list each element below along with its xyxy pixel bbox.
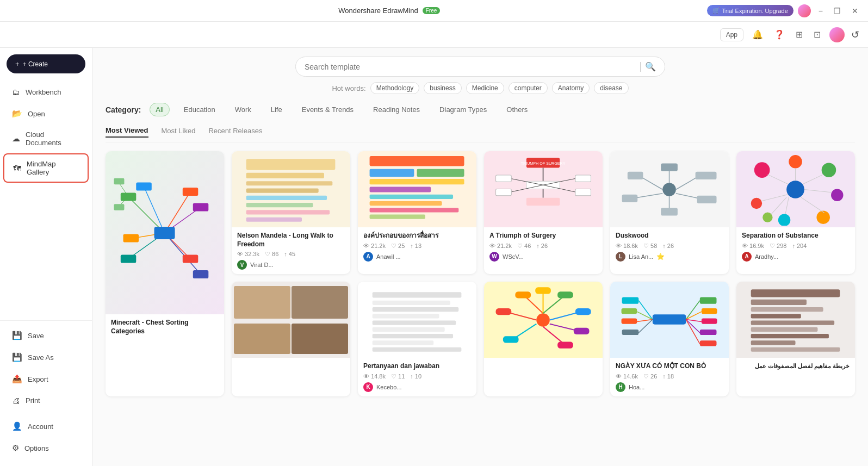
close-button[interactable]: ✕: [848, 5, 861, 16]
svg-rect-18: [114, 178, 125, 184]
user-avatar[interactable]: [798, 4, 811, 17]
svg-rect-56: [628, 171, 643, 179]
sidebar-item-options[interactable]: ⚙ Options: [3, 438, 89, 458]
titlebar: Wondershare EdrawMind Free 🛒 Trial Expir…: [0, 0, 868, 22]
card-triumph[interactable]: TRIUMPH OF SURGERY: [484, 151, 603, 274]
restore-button[interactable]: ❐: [830, 5, 844, 16]
category-events[interactable]: Events & Trends: [296, 103, 359, 116]
hot-tag-medicine[interactable]: Medicine: [466, 82, 504, 94]
category-work[interactable]: Work: [230, 103, 257, 116]
cloud-icon: ☁: [12, 134, 20, 144]
create-button[interactable]: + + Create: [7, 54, 85, 73]
help-icon[interactable]: ❓: [772, 27, 787, 42]
historical-card-body: [232, 358, 350, 375]
ong-preview: [361, 153, 473, 226]
radial-title: [489, 362, 597, 369]
card-minecraft[interactable]: Minecraft - Chest Sorting Categories: [106, 151, 224, 396]
category-others[interactable]: Others: [501, 103, 533, 116]
svg-rect-51: [575, 189, 591, 195]
tab-recent[interactable]: Recent Releases: [208, 124, 262, 138]
nelson-card-body: Nelson Mandela - Long Walk to Freedom 👁 …: [232, 227, 350, 274]
sidebar-item-export[interactable]: 📤 Export: [3, 369, 89, 389]
duskwood-card-body: Duskwood 👁 18.6k ♡ 58 ↑ 26 L Lisa An... …: [610, 227, 729, 266]
radial-card-body: [484, 358, 603, 375]
card-duskwood[interactable]: Duskwood 👁 18.6k ♡ 58 ↑ 26 L Lisa An... …: [610, 151, 729, 274]
hot-tag-disease[interactable]: disease: [594, 82, 628, 94]
svg-rect-126: [622, 330, 639, 335]
trial-upgrade-button[interactable]: 🛒 Trial Expiration. Upgrade: [707, 5, 793, 16]
app-button[interactable]: App: [720, 28, 743, 41]
gold-star-icon: ⭐: [656, 253, 665, 260]
svg-rect-14: [121, 254, 137, 263]
nelson-views: 👁 32.3k: [237, 251, 259, 258]
search-input[interactable]: [305, 63, 636, 71]
hot-tag-business[interactable]: business: [424, 82, 461, 94]
search-divider: [640, 62, 641, 72]
radial-preview: [487, 284, 599, 356]
layout-icon[interactable]: ⊡: [811, 27, 823, 42]
hot-tag-methodology[interactable]: Methodology: [370, 82, 420, 94]
svg-rect-24: [246, 188, 319, 192]
ngayxua-author-avatar: H: [616, 382, 625, 392]
sidebar-item-print[interactable]: 🖨 Print: [3, 390, 89, 411]
svg-rect-86: [373, 320, 456, 325]
card-nelson[interactable]: Nelson Mandela - Long Walk to Freedom 👁 …: [232, 151, 350, 274]
category-all[interactable]: All: [150, 103, 169, 116]
tab-most-liked[interactable]: Most Liked: [162, 124, 196, 138]
duskwood-preview: [613, 153, 726, 226]
svg-rect-129: [751, 307, 823, 312]
hot-words-row: Hot words: Methodology business Medicine…: [332, 82, 628, 94]
card-historical[interactable]: [232, 282, 350, 396]
toolbar-avatar[interactable]: [829, 27, 845, 42]
bell-icon[interactable]: 🔔: [750, 27, 765, 42]
svg-rect-54: [661, 163, 678, 171]
refresh-icon[interactable]: ↺: [851, 29, 859, 41]
category-diagram[interactable]: Diagram Types: [434, 103, 492, 116]
search-box: 🔍: [295, 57, 665, 77]
arabic-card-body: خريطة مفاهيم لفصل المصفوفات عمل: [736, 358, 855, 376]
separation-stats: 👁 16.9k ♡ 298 ↑ 204: [742, 243, 850, 250]
tab-most-viewed[interactable]: Most Viewed: [106, 124, 148, 138]
svg-rect-20: [114, 204, 125, 210]
svg-point-69: [831, 189, 844, 201]
minimize-button[interactable]: −: [815, 5, 826, 16]
svg-rect-25: [246, 195, 327, 200]
card-radial[interactable]: [484, 282, 603, 396]
ngayxua-card-body: NGÀY XƯA CÓ MỘT CON BÒ 👁 14.6k ♡ 26 ↑ 18…: [610, 358, 729, 396]
grid-icon[interactable]: ⊞: [793, 27, 805, 42]
sidebar-item-save-as[interactable]: 💾 Save As: [3, 347, 89, 368]
svg-rect-43: [526, 197, 560, 205]
category-reading[interactable]: Reading Notes: [368, 103, 425, 116]
category-life[interactable]: Life: [265, 103, 288, 116]
sidebar-item-cloud[interactable]: ☁ Cloud Documents: [3, 125, 89, 152]
svg-line-74: [768, 174, 788, 183]
svg-point-52: [663, 183, 677, 196]
open-icon: 📂: [12, 109, 22, 119]
pertanyaan-author: K Kecebo...: [363, 382, 471, 392]
sidebar-item-open[interactable]: 📂 Open: [3, 103, 89, 124]
sidebar-item-mindmap-gallery[interactable]: 🗺 MindMap Gallery: [3, 153, 89, 183]
card-arabic[interactable]: خريطة مفاهيم لفصل المصفوفات عمل: [736, 282, 855, 396]
hot-tag-computer[interactable]: computer: [509, 82, 548, 94]
hot-tag-anatomy[interactable]: Anatomy: [552, 82, 590, 94]
triumph-title: A Triumph of Surgery: [489, 232, 597, 240]
mindmap-icon: 🗺: [13, 164, 21, 173]
ong-author: A Anawil ...: [363, 252, 471, 262]
card-separation[interactable]: Separation of Substance 👁 16.9k ♡ 298 ↑ …: [736, 151, 855, 274]
svg-rect-88: [373, 334, 453, 338]
card-ngay-xua[interactable]: NGÀY XƯA CÓ MỘT CON BÒ 👁 14.6k ♡ 26 ↑ 18…: [610, 282, 729, 396]
category-education[interactable]: Education: [178, 103, 221, 116]
search-button[interactable]: 🔍: [645, 61, 656, 72]
sidebar-item-save[interactable]: 💾 Save: [3, 325, 89, 346]
svg-rect-110: [700, 297, 717, 303]
svg-line-109: [686, 300, 700, 319]
svg-rect-58: [622, 194, 638, 202]
card-ong[interactable]: องค์ประกอบของการสื่อสาร 👁 21.2k ♡ 25 ↑ 1…: [358, 151, 476, 274]
svg-rect-13: [123, 234, 139, 242]
svg-point-66: [754, 162, 770, 178]
card-pertanyaan[interactable]: Pertanyaan dan jawaban 👁 14.8k ♡ 11 ↑ 10…: [358, 282, 476, 396]
separation-title: Separation of Substance: [742, 232, 850, 240]
sidebar-item-workbench[interactable]: 🗂 Workbench: [3, 82, 89, 102]
plus-icon: +: [15, 60, 20, 68]
sidebar-item-account[interactable]: 👤 Account: [3, 416, 89, 437]
